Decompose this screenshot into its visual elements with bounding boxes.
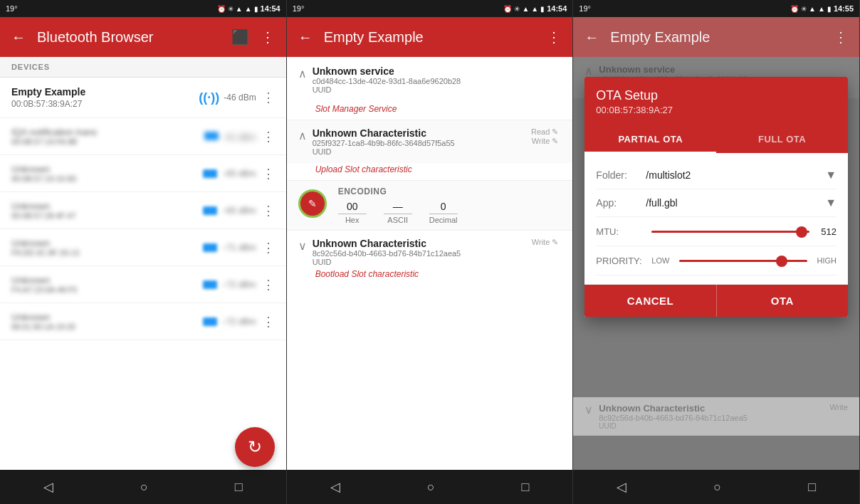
ascii-value: — <box>393 201 403 212</box>
bg-char-uuid: 8c92c56d-b40b-4663-bd76-84b71c12aea5 <box>599 414 748 422</box>
time-1: 14:54 <box>261 4 280 13</box>
device-menu-7[interactable]: ⋮ <box>262 314 275 330</box>
battery-icon: ▮ <box>254 5 258 13</box>
characteristic-item-1: ∧ Unknown Characteristic 025f9327-1ca8-4… <box>287 120 573 163</box>
mtu-slider[interactable] <box>651 224 809 238</box>
char2-link[interactable]: Bootload Slot characteristic <box>298 269 562 279</box>
nav-back-1[interactable]: ◁ <box>29 473 68 500</box>
ota-title: OTA Setup <box>596 88 837 103</box>
service-uuid-label: UUID <box>313 85 562 94</box>
menu-icon-2[interactable]: ⋮ <box>547 28 561 46</box>
mtu-thumb[interactable] <box>796 226 807 238</box>
service-name: Unknown service <box>313 65 562 77</box>
nav-recents-1[interactable]: □ <box>221 474 257 500</box>
edit-icon: ✎ <box>308 198 317 209</box>
battery-icon-3: ▮ <box>827 5 832 13</box>
char-chevron-1[interactable]: ∧ <box>298 129 307 142</box>
app-bar-2: ← Empty Example ⋮ <box>287 17 573 57</box>
list-item[interactable]: Unknown 68:01:90:1A:19:20 −72 dBm ⋮ <box>0 303 286 340</box>
filter-icon-1[interactable]: ⬛ <box>231 28 249 46</box>
refresh-fab[interactable]: ↻ <box>235 427 275 467</box>
time-3: 14:55 <box>834 4 854 13</box>
encoding-section: ✎ ENCODING 00 Hex — ASCII 0 <box>287 180 573 230</box>
list-item[interactable]: Unknown F4:A7:23:0A:48:F5 −72 dBm ⋮ <box>0 266 286 303</box>
service-chevron-up[interactable]: ∧ <box>298 67 307 80</box>
bottom-nav-3: ◁ ○ □ <box>573 470 859 504</box>
char1-link[interactable]: Upload Slot characteristic <box>287 163 573 180</box>
dbm-2: −61 dBm <box>221 132 256 142</box>
tab-full-ota[interactable]: FULL OTA <box>716 127 848 153</box>
device-menu-3[interactable]: ⋮ <box>262 166 275 182</box>
alarm-icon-3: ⏰ <box>790 5 799 13</box>
nav-recents-2[interactable]: □ <box>507 474 543 500</box>
back-icon-1[interactable]: ← <box>11 29 26 46</box>
back-icon-2[interactable]: ← <box>298 29 313 46</box>
list-item[interactable]: Unknown 00:0B:57:28:4F:47 −65 dBm ⋮ <box>0 192 286 229</box>
app-title-2: Empty Example <box>324 29 536 46</box>
ota-subtitle: 00:0B:57:38:9A:27 <box>596 105 837 115</box>
service-uuid: c0d484cc-13de-402e-93d1-8aa6e9620b28 <box>313 77 562 85</box>
device-name-3: Unknown <box>11 164 197 174</box>
ota-body: Folder: /multislot2 ▼ App: /full.gbl ▼ M… <box>584 153 848 284</box>
decimal-group: 0 Decimal <box>429 201 458 224</box>
list-item[interactable]: IQA notification trans 00:0B:57:19:FA:8B… <box>0 118 286 155</box>
device-menu-6[interactable]: ⋮ <box>262 277 275 293</box>
edit-fab[interactable]: ✎ <box>298 189 327 218</box>
priority-track <box>679 260 807 262</box>
hex-value: 00 <box>347 201 358 212</box>
status-bar-3: 19° ⏰ ✳ ▲ ▲ ▮ 14:55 <box>573 0 859 17</box>
device-addr-4: 00:0B:57:28:4F:47 <box>11 211 197 220</box>
char-uuid-label-2: UUID <box>313 258 532 266</box>
panel2-empty-example: 19° ⏰ ✳ ▲ ▲ ▮ 14:54 ← Empty Example ⋮ ∧ … <box>287 0 574 504</box>
nav-back-3[interactable]: ◁ <box>602 473 641 500</box>
encoding-title: ENCODING <box>338 187 562 196</box>
char-prop-write: Write ✎ <box>531 137 558 146</box>
ota-confirm-button[interactable]: OTA <box>716 285 848 317</box>
bluetooth-icon-3: ✳ <box>801 5 807 13</box>
status-temp-2: 19° <box>293 4 305 13</box>
mtu-value: 512 <box>815 226 837 237</box>
time-2: 14:54 <box>547 4 567 13</box>
nav-home-3[interactable]: ○ <box>699 474 735 500</box>
service-link[interactable]: Slot Manager Service <box>287 103 573 120</box>
ascii-divider <box>384 214 412 214</box>
device-menu-1[interactable]: ⋮ <box>262 90 275 105</box>
wifi-icon: ▲ <box>245 5 252 13</box>
dbm-4: −65 dBm <box>221 206 256 216</box>
app-title-3: Empty Example <box>610 29 822 46</box>
device-menu-2[interactable]: ⋮ <box>262 129 275 145</box>
device-list: Empty Example 00:0B:57:38:9A:27 ((·)) -4… <box>0 78 286 470</box>
folder-dropdown-icon[interactable]: ▼ <box>825 169 837 182</box>
list-item[interactable]: Unknown 00:0B:57:19:10:0D −65 dBm ⋮ <box>0 155 286 192</box>
menu-icon-1[interactable]: ⋮ <box>261 28 275 46</box>
device-signal-2: −61 dBm <box>204 130 256 143</box>
device-menu-5[interactable]: ⋮ <box>262 240 275 256</box>
nav-recents-3[interactable]: □ <box>794 474 830 500</box>
ota-dialog: OTA Setup 00:0B:57:38:9A:27 PARTIAL OTA … <box>584 77 848 317</box>
bottom-nav-2: ◁ ○ □ <box>287 470 573 504</box>
device-addr-1: 00:0B:57:38:9A:27 <box>11 99 193 109</box>
list-item[interactable]: Empty Example 00:0B:57:38:9A:27 ((·)) -4… <box>0 78 286 118</box>
app-title-1: Bluetooth Browser <box>37 29 220 46</box>
priority-thumb[interactable] <box>776 256 787 267</box>
cancel-button[interactable]: CANCEL <box>584 285 715 317</box>
app-dropdown-icon[interactable]: ▼ <box>825 196 837 209</box>
tab-partial-ota[interactable]: PARTIAL OTA <box>584 127 716 153</box>
dbm-5: −71 dBm <box>221 243 256 253</box>
char-chevron-2[interactable]: ∨ <box>298 239 307 253</box>
app-bar-1: ← Bluetooth Browser ⬛ ⋮ <box>0 17 286 57</box>
priority-label: PRIORITY: <box>596 256 646 266</box>
hex-divider <box>338 214 367 214</box>
list-item[interactable]: Unknown F8:DD:3C:8F:26:13 −71 dBm ⋮ <box>0 229 286 266</box>
nav-back-2[interactable]: ◁ <box>316 473 355 500</box>
char-name-2: Unknown Characteristic <box>313 238 532 249</box>
priority-slider[interactable] <box>679 253 807 268</box>
characteristics-list: ∧ Unknown service c0d484cc-13de-402e-93d… <box>287 57 573 470</box>
signal-bar-3 <box>203 169 217 178</box>
device-menu-4[interactable]: ⋮ <box>262 203 275 219</box>
menu-icon-3: ⋮ <box>834 28 848 46</box>
nav-home-1[interactable]: ○ <box>126 474 162 500</box>
status-temp-1: 19° <box>6 4 18 13</box>
nav-home-2[interactable]: ○ <box>413 474 449 500</box>
device-name-4: Unknown <box>11 201 197 211</box>
